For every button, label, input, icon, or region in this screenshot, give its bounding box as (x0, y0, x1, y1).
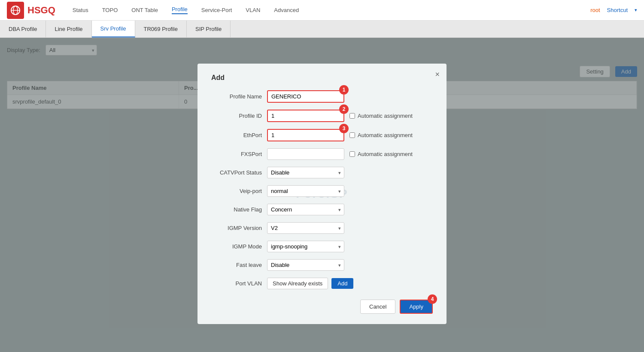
native-flag-row: Native Flag Concern None (211, 204, 433, 215)
auto-assign-profile-id-checkbox[interactable] (349, 113, 355, 119)
shortcut-dropdown-icon[interactable]: ▾ (635, 7, 637, 13)
add-port-vlan-button[interactable]: Add (331, 278, 353, 289)
tab-line-profile[interactable]: Line Profile (46, 21, 91, 37)
fxsport-row: FXSPort Automatic assignment (211, 148, 433, 160)
nav-service-port[interactable]: Service-Port (201, 7, 232, 13)
modal-overlay: Add × ForoISP Profile Name 1 Profile ID … (0, 38, 644, 352)
igmp-version-row: IGMP Version V1 V2 V3 (211, 222, 433, 234)
nav-status[interactable]: Status (73, 7, 88, 13)
fast-leave-label: Fast leave (211, 262, 267, 268)
ethport-row: EthPort 3 Automatic assignment (211, 129, 433, 141)
profile-name-row: Profile Name 1 (211, 90, 433, 103)
add-modal: Add × ForoISP Profile Name 1 Profile ID … (197, 64, 447, 324)
igmp-mode-row: IGMP Mode igmp-snooping igmp-proxy (211, 241, 433, 252)
veip-port-row: Veip-port normal custom (211, 185, 433, 197)
tab-sip-profile[interactable]: SIP Profile (187, 21, 231, 37)
nav-vlan[interactable]: VLAN (246, 7, 260, 13)
port-vlan-label: Port VLAN (211, 280, 267, 287)
modal-close-button[interactable]: × (435, 70, 440, 78)
profile-id-row: Profile ID 2 Automatic assignment (211, 110, 433, 122)
nav-ont-table[interactable]: ONT Table (131, 7, 158, 13)
nav-profile[interactable]: Profile (172, 6, 188, 14)
igmp-version-label: IGMP Version (211, 225, 267, 231)
badge-3: 3 (339, 124, 349, 133)
auto-assign-profile-id-label: Automatic assignment (358, 113, 413, 119)
nav-items: Status TOPO ONT Table Profile Service-Po… (73, 6, 590, 14)
show-already-exists-button[interactable]: Show Already exists (267, 278, 328, 289)
tab-dba-profile[interactable]: DBA Profile (0, 21, 46, 37)
catvport-select[interactable]: Disable Enable (267, 167, 344, 178)
port-vlan-row: Port VLAN Show Already exists Add (211, 278, 433, 289)
nav-user: root (590, 7, 600, 13)
topbar: HSGQ Status TOPO ONT Table Profile Servi… (0, 0, 644, 21)
modal-title: Add (211, 74, 433, 82)
nav-shortcut[interactable]: Shortcut (607, 7, 628, 13)
native-flag-label: Native Flag (211, 206, 267, 213)
badge-4: 4 (428, 294, 437, 304)
fxsport-input[interactable] (267, 148, 344, 160)
auto-assign-fxsport-label: Automatic assignment (358, 151, 413, 157)
nav-topo[interactable]: TOPO (102, 7, 118, 13)
logo-text: HSGQ (27, 5, 55, 16)
tab-srv-profile[interactable]: Srv Profile (92, 21, 135, 37)
igmp-version-select[interactable]: V1 V2 V3 (267, 222, 344, 234)
auto-assign-ethport-checkbox[interactable] (349, 132, 355, 138)
tab-tr069-profile[interactable]: TR069 Profile (135, 21, 187, 37)
auto-assign-profile-id[interactable]: Automatic assignment (349, 113, 413, 119)
modal-footer: Cancel Apply 4 (211, 300, 433, 314)
nav-right: root Shortcut ▾ (590, 7, 637, 13)
cancel-button[interactable]: Cancel (360, 300, 395, 314)
ethport-label: EthPort (211, 132, 267, 138)
ethport-input[interactable] (267, 129, 344, 141)
auto-assign-fxsport-checkbox[interactable] (349, 151, 355, 157)
igmp-mode-select[interactable]: igmp-snooping igmp-proxy (267, 241, 344, 252)
profile-id-label: Profile ID (211, 113, 267, 119)
main-content: Display Type: All ▾ Setting Add Profile … (0, 38, 644, 352)
catvport-row: CATVPort Status Disable Enable (211, 167, 433, 178)
igmp-mode-label: IGMP Mode (211, 243, 267, 250)
fxsport-label: FXSPort (211, 151, 267, 157)
profile-name-input[interactable] (267, 90, 344, 103)
fast-leave-select[interactable]: Disable Enable (267, 259, 344, 271)
badge-1: 1 (339, 85, 349, 95)
profile-id-input[interactable] (267, 110, 344, 122)
veip-port-label: Veip-port (211, 188, 267, 194)
catvport-label: CATVPort Status (211, 169, 267, 176)
fast-leave-row: Fast leave Disable Enable (211, 259, 433, 271)
apply-button[interactable]: Apply (400, 300, 433, 314)
veip-port-select[interactable]: normal custom (267, 185, 344, 197)
logo-area: HSGQ (7, 2, 55, 19)
native-flag-select[interactable]: Concern None (267, 204, 344, 215)
profile-name-label: Profile Name (211, 93, 267, 100)
tabs-bar: DBA Profile Line Profile Srv Profile TR0… (0, 21, 644, 38)
nav-advanced[interactable]: Advanced (274, 7, 299, 13)
logo-icon (7, 2, 24, 19)
auto-assign-ethport-label: Automatic assignment (358, 132, 413, 138)
auto-assign-fxsport[interactable]: Automatic assignment (349, 151, 413, 157)
badge-2: 2 (339, 104, 349, 114)
auto-assign-ethport[interactable]: Automatic assignment (349, 132, 413, 138)
